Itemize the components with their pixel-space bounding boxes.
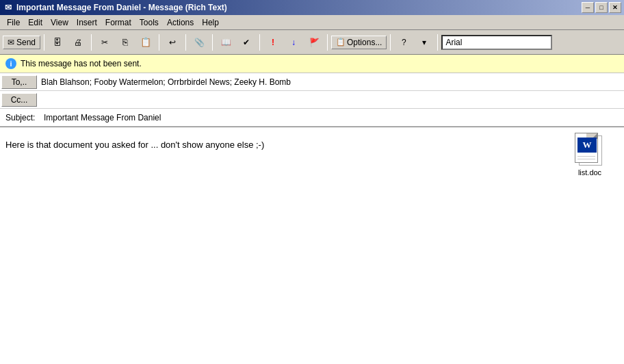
cc-field-row: Cc... [0, 91, 624, 109]
email-fields: To,.. Blah Blahson; Fooby Watermelon; Or… [0, 73, 624, 127]
separator-2 [91, 34, 92, 51]
help-icon: ? [402, 38, 406, 47]
print-icon: 🖨 [74, 38, 82, 47]
send-button[interactable]: ✉ Send [3, 36, 40, 49]
toolbar: ✉ Send 🗄 🖨 ✂ ⎘ 📋 ↩ 📎 📖 ✔ ! [0, 30, 624, 55]
separator-3 [159, 34, 159, 51]
menu-bar: File Edit View Insert Format Tools Actio… [0, 15, 624, 30]
title-bar: ✉ Important Message From Daniel - Messag… [0, 0, 624, 15]
menu-view[interactable]: View [47, 16, 73, 29]
cc-button[interactable]: Cc... [1, 93, 37, 107]
message-body[interactable]: W list.doc Here is that document you ask… [0, 127, 624, 364]
separator-4 [185, 34, 186, 51]
to-recipients: Blah Blahson; Fooby Watermelon; Orrbrbir… [41, 77, 291, 87]
check-names-icon: ✔ [243, 38, 250, 47]
help-dropdown-button[interactable]: ▾ [415, 33, 434, 52]
help-dropdown-icon: ▾ [422, 38, 426, 47]
maximize-button[interactable]: □ [595, 2, 608, 13]
priority-high-icon: ! [272, 38, 274, 47]
menu-edit[interactable]: Edit [24, 16, 47, 29]
minimize-button[interactable]: ─ [582, 2, 594, 13]
priority-high-button[interactable]: ! [263, 33, 283, 52]
message-text: Here is that document you asked for ... … [5, 133, 619, 152]
separator-1 [44, 34, 44, 51]
separator-7 [327, 34, 328, 51]
attachment-area: W list.doc [569, 134, 610, 177]
priority-down-button[interactable]: ↓ [284, 33, 303, 52]
close-button[interactable]: ✕ [609, 2, 621, 13]
window-title: Important Message From Daniel - Message … [16, 3, 582, 12]
menu-tools[interactable]: Tools [135, 16, 163, 29]
address-book-icon: 📖 [221, 38, 231, 47]
print-button[interactable]: 🖨 [68, 33, 88, 52]
menu-file[interactable]: File [3, 16, 24, 29]
menu-insert[interactable]: Insert [73, 16, 101, 29]
menu-help[interactable]: Help [198, 16, 223, 29]
options-icon: 📋 [336, 38, 346, 47]
to-value[interactable]: Blah Blahson; Fooby Watermelon; Orrbrbir… [38, 75, 624, 89]
options-label: Options... [347, 38, 382, 47]
attach-icon: 📎 [194, 38, 205, 47]
send-label: Send [16, 38, 36, 47]
save-button[interactable]: 🗄 [48, 33, 67, 52]
to-button[interactable]: To,.. [1, 75, 37, 89]
undo-icon: ↩ [169, 38, 176, 47]
address-book-button[interactable]: 📖 [216, 33, 235, 52]
options-button[interactable]: 📋 Options... [331, 36, 387, 49]
info-message: This message has not been sent. [21, 59, 142, 68]
subject-label: Subject: [0, 111, 41, 125]
paste-button[interactable]: 📋 [136, 33, 155, 52]
separator-6 [259, 34, 260, 51]
info-bar: i This message has not been sent. [0, 55, 624, 73]
window-controls: ─ □ ✕ [582, 2, 621, 13]
flag-icon: 🚩 [309, 38, 320, 47]
cc-input[interactable] [38, 93, 624, 107]
title-icon: ✉ [3, 2, 14, 13]
check-names-button[interactable]: ✔ [237, 33, 256, 52]
font-selector[interactable] [441, 35, 552, 50]
help-button[interactable]: ? [394, 33, 413, 52]
copy-button[interactable]: ⎘ [116, 33, 135, 52]
menu-format[interactable]: Format [101, 16, 135, 29]
info-icon: i [5, 58, 16, 69]
separator-5 [212, 34, 213, 51]
attachment-filename: list.doc [578, 168, 601, 177]
menu-actions[interactable]: Actions [163, 16, 198, 29]
attach-button[interactable]: 📎 [190, 33, 209, 52]
attachment-icon-container: W [573, 134, 606, 167]
paste-icon: 📋 [140, 37, 151, 47]
undo-button[interactable]: ↩ [163, 33, 182, 52]
to-field-row: To,.. Blah Blahson; Fooby Watermelon; Or… [0, 73, 624, 91]
cut-button[interactable]: ✂ [95, 33, 114, 52]
subject-input[interactable] [41, 111, 624, 125]
separator-8 [390, 34, 391, 51]
priority-down-icon: ↓ [291, 38, 296, 47]
copy-icon: ⎘ [122, 37, 128, 47]
flag-button[interactable]: 🚩 [304, 33, 324, 52]
subject-field-row: Subject: [0, 109, 624, 127]
save-icon: 🗄 [53, 38, 62, 47]
cut-icon: ✂ [101, 38, 108, 47]
send-icon: ✉ [8, 38, 14, 47]
separator-9 [437, 34, 438, 51]
